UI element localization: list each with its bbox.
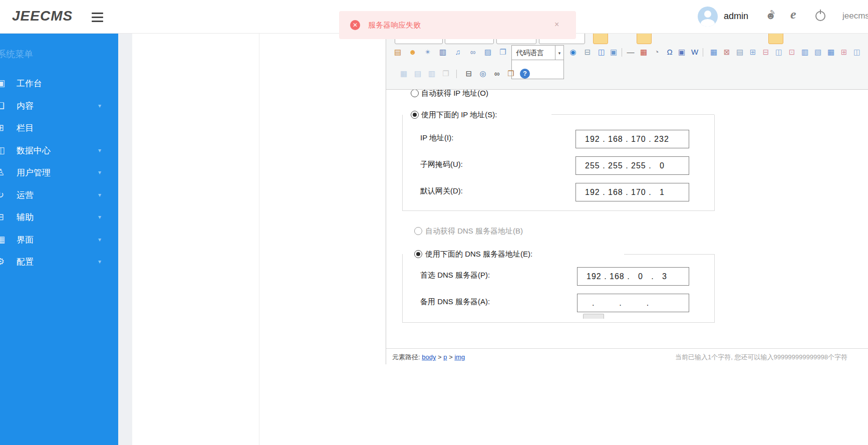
operation-icon: ↻ — [0, 189, 4, 200]
error-icon: ✕ — [350, 20, 360, 30]
sidebar-item-config[interactable]: ⚙配置▾ — [0, 254, 118, 271]
col-insert-icon[interactable]: ◫ — [774, 47, 784, 57]
interface-icon: ▦ — [0, 234, 5, 245]
table-disabled-1-icon[interactable]: ▦ — [399, 69, 409, 79]
sidebar-item-operation[interactable]: ↻运营▾ — [0, 187, 118, 204]
toolbar-separator — [456, 70, 457, 78]
chevron-down-icon: ▾ — [98, 236, 101, 243]
chevron-down-icon: ▾ — [98, 258, 101, 265]
corner-text: jeecms — [842, 11, 868, 21]
path-link-p[interactable]: p — [443, 353, 447, 361]
element-path-label: 元素路径: — [392, 353, 420, 361]
layout-columns-icon[interactable]: ◫ — [597, 47, 607, 57]
groupbox2-right-line — [714, 254, 715, 322]
batch-image-icon[interactable]: ▤ — [393, 47, 403, 57]
preferred-dns-value: 192 . 168 . 0 . 3 — [587, 272, 667, 281]
globe-icon[interactable]: ◉ — [568, 47, 578, 57]
user-edit-icon[interactable]: ☻✎ — [765, 10, 776, 22]
code-language-label: 代码语言 — [516, 49, 544, 58]
groupbox2-left-line — [402, 254, 403, 322]
preview-icon[interactable]: ◎ — [478, 69, 488, 79]
chevron-down-icon: ▾ — [98, 102, 101, 109]
emoticon-icon[interactable]: ☻ — [408, 47, 418, 57]
row-insert-icon[interactable]: ⊞ — [748, 47, 758, 57]
table-disabled-3-icon[interactable]: ▥ — [427, 69, 437, 79]
editor-toolbar: ▤☻✴▥♫∞▨❐◉⊟◫▣—▦◔Ω▣W▦⊠▤⊞⊟◫⊡▥▧▦⊞◫ 代码语言 ▾ ▦▤… — [386, 34, 868, 90]
path-link-body[interactable]: body — [422, 353, 436, 361]
col-split-icon[interactable]: ⊞ — [839, 47, 849, 57]
paste-icon[interactable]: ❒ — [506, 69, 516, 79]
ip-address-input: 192 . 168 . 170 . 232 — [575, 130, 689, 148]
alternate-dns-input: . . . — [577, 294, 689, 312]
row-delete-icon[interactable]: ⊟ — [761, 47, 771, 57]
help-icon[interactable]: ? — [520, 69, 530, 79]
user-management-icon: ♙ — [0, 167, 5, 178]
link-icon[interactable]: ∞ — [468, 47, 478, 57]
chevron-down-icon: ▾ — [98, 169, 101, 176]
sidebar-item-channel[interactable]: ⊞栏目 — [0, 120, 118, 137]
path-link-img[interactable]: img — [454, 353, 465, 361]
path-separator: > — [438, 353, 442, 361]
word-import-icon[interactable]: W — [690, 47, 700, 57]
code-language-combo[interactable]: 代码语言 — [511, 45, 555, 60]
logout-power-icon[interactable] — [815, 11, 825, 21]
element-path: 元素路径: body > p > img — [392, 353, 465, 362]
editor-content-area[interactable]: 自动获得 IP 地址(O) 使用下面的 IP 地址(S): IP 地址(I): … — [386, 90, 868, 348]
user-name: admin — [724, 11, 748, 22]
menu-toggle-icon[interactable] — [92, 13, 103, 22]
video-icon[interactable]: ▥ — [438, 47, 448, 57]
page-icon[interactable]: ❐ — [498, 47, 508, 57]
page-disabled-icon[interactable]: ❐ — [441, 69, 451, 79]
table-prop-icon[interactable]: ▤ — [735, 47, 745, 57]
clock-icon[interactable]: ◔ — [652, 47, 662, 57]
sidebar: 系统菜单 ▣工作台❏内容▾⊞栏目◫数据中心▾♙用户管理▾↻运营▾⊟辅助▾▦界面▾… — [0, 34, 118, 445]
table-disabled-2-icon[interactable]: ▤ — [413, 69, 423, 79]
radio-use-ip-label: 使用下面的 IP 地址(S): — [421, 110, 497, 120]
flash-icon[interactable]: ✴ — [423, 47, 433, 57]
row-merge-icon[interactable]: ▦ — [826, 47, 836, 57]
table-cell-prop-icon[interactable]: ◫ — [852, 47, 862, 57]
music-icon[interactable]: ♫ — [453, 47, 463, 57]
table-insert-icon[interactable]: ▦ — [709, 47, 719, 57]
sidebar-item-user-management[interactable]: ♙用户管理▾ — [0, 164, 118, 181]
print-icon[interactable]: ⊟ — [464, 69, 474, 79]
toolbar-separator — [622, 48, 622, 57]
table-delete-icon[interactable]: ⊠ — [722, 47, 732, 57]
image-map-icon[interactable]: ▨ — [483, 47, 493, 57]
toast-close-icon[interactable]: × — [554, 20, 559, 29]
page-break-icon[interactable]: ⊟ — [583, 47, 593, 57]
avatar[interactable] — [698, 7, 718, 27]
calendar-icon[interactable]: ▦ — [639, 47, 649, 57]
default-gateway-label: 默认网关(D): — [420, 186, 463, 196]
radio-auto-dns-label: 自动获得 DNS 服务器地址(B) — [425, 227, 523, 236]
path-separator: > — [449, 353, 453, 361]
col-delete-icon[interactable]: ⊡ — [787, 47, 797, 57]
code-language-arrow[interactable]: ▾ — [555, 45, 564, 60]
sidebar-item-interface[interactable]: ▦界面▾ — [0, 232, 118, 249]
default-gateway-value: 192 . 168 . 170 . 1 — [585, 188, 665, 197]
ip-address-value: 192 . 168 . 170 . 232 — [585, 135, 669, 144]
find-icon[interactable]: ∞ — [492, 69, 502, 79]
config-icon: ⚙ — [0, 256, 5, 267]
channel-icon: ⊞ — [0, 122, 4, 133]
media-icon[interactable]: ▣ — [677, 47, 687, 57]
radio-auto-dns — [414, 227, 422, 235]
omega-icon[interactable]: Ω — [665, 47, 675, 57]
code-language-dropdown-panel — [511, 60, 564, 79]
chevron-down-icon: ▾ — [98, 213, 101, 220]
jeecms-logo: JEECMS — [12, 8, 73, 24]
sidebar-item-content[interactable]: ❏内容▾ — [0, 98, 118, 115]
groupbox1-bottom-line — [402, 210, 715, 211]
sidebar-item-assist[interactable]: ⊟辅助▾ — [0, 209, 118, 226]
data-center-icon: ◫ — [0, 145, 5, 156]
error-toast: ✕ 服务器响应失败 × — [339, 11, 576, 39]
cell-split-icon[interactable]: ▧ — [813, 47, 823, 57]
subnet-mask-input: 255 . 255 . 255 . 0 — [575, 156, 689, 175]
groupbox1-top-line — [551, 114, 714, 115]
sidebar-item-data-center[interactable]: ◫数据中心▾ — [0, 142, 118, 159]
horizontal-rule-icon[interactable]: — — [626, 47, 636, 57]
browser-icon[interactable]: e — [790, 7, 796, 22]
cell-merge-icon[interactable]: ▥ — [800, 47, 810, 57]
image-transfer-icon[interactable]: ▣ — [609, 47, 619, 57]
sidebar-item-workbench[interactable]: ▣工作台 — [0, 75, 118, 92]
